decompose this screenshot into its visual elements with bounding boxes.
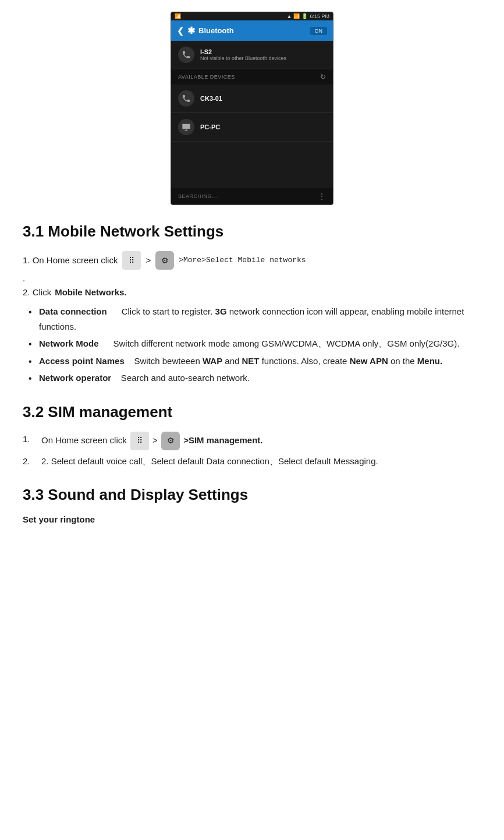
my-device-info: I-S2 Not visible to other Bluetooth devi… [200,48,286,61]
device-item-ck3[interactable]: CK3-01 [171,84,333,113]
ck3-icon [178,90,194,107]
phone-status-bar: 📶 ▲ 📶 🔋 6:15 PM [171,12,333,20]
battery-icon: 🔋 [301,13,308,19]
phone-screen: 📶 ▲ 📶 🔋 6:15 PM ❮ ✱ Bluetooth ON [171,12,333,205]
numbered-list-32: 1. On Home screen click ⠿ > ⚙ >SIM manag… [23,432,481,469]
bullet-access-point: Access point Names Switch bewteeen WAP a… [29,354,481,369]
step-32-1-text: On Home screen click ⠿ > ⚙ >SIM manageme… [41,432,262,450]
step1-arrow: > [145,253,151,267]
device-item-pcpc[interactable]: PC-PC [171,113,333,142]
my-device-item: I-S2 Not visible to other Bluetooth devi… [171,41,333,69]
bluetooth-header: ❮ ✱ Bluetooth ON [171,20,333,41]
wifi-icon: ▲ [287,13,292,19]
available-label: AVAILABLE DEVICES [178,74,235,80]
phone-screenshot-container: 📶 ▲ 📶 🔋 6:15 PM ❮ ✱ Bluetooth ON [23,12,481,205]
my-device-name: I-S2 [200,48,286,55]
step-32-2-text: 2. Select default voice call、Select defa… [41,454,378,469]
apps-icon-1: ⠿ [122,251,141,270]
status-bar-left: 📶 [175,13,181,19]
step1-pre-text: 1. On Home screen click [23,253,118,267]
step-32-1-bold: >SIM management. [183,435,262,444]
bt-toggle[interactable]: ON [310,27,328,35]
available-devices-list: CK3-01 PC-PC [171,84,333,142]
bullet-list-31: Data connection Click to start to regist… [23,304,481,386]
bullet-label-mode: Network Mode [39,338,99,348]
status-icons: ▲ 📶 🔋 6:15 PM [287,13,329,19]
bullet-label-operator: Network operator [39,373,111,383]
signal-icon: 📶 [293,13,300,19]
bullet-network-operator: Network operator Search and auto-search … [29,370,481,386]
section-31-heading: 3.1 Mobile Network Settings [23,223,481,241]
section-32: 3.2 SIM management 1. On Home screen cli… [23,403,481,469]
pcpc-name: PC-PC [200,123,220,130]
bt-header-left: ❮ ✱ Bluetooth [177,25,234,36]
step1-code: >More>Select Mobile networks [179,255,306,267]
section-33-heading: 3.3 Sound and Display Settings [23,486,481,504]
my-device-icon [178,47,194,63]
pcpc-info: PC-PC [200,123,220,130]
pcpc-icon [178,119,194,135]
step1-line: 1. On Home screen click ⠿ > ⚙ >More>Sele… [23,251,481,270]
dot-line: . [23,273,481,283]
more-options-icon[interactable]: ⋮ [318,192,326,201]
phone-empty-area [171,142,333,188]
settings-icon-2: ⚙ [161,432,180,450]
step-32-1: 1. On Home screen click ⠿ > ⚙ >SIM manag… [23,432,481,450]
bullet-network-mode: Network Mode Switch different network mo… [29,336,481,351]
svg-rect-0 [182,124,190,129]
bt-icon-symbol: ✱ [187,25,195,36]
bluetooth-title: Bluetooth [198,26,234,35]
step-32-1-num: 1. [23,432,37,447]
phone-bottom-bar: SEARCHING... ⋮ [171,188,333,204]
bullet-label-data: Data connection [39,306,107,316]
ck3-name: CK3-01 [200,95,222,102]
set-ringtone-label: Set your ringtone [23,514,481,524]
time-display: 6:15 PM [310,13,329,19]
bullet-data-connection: Data connection Click to start to regist… [29,304,481,334]
back-arrow-icon: ❮ [177,26,184,36]
step2-bold: Mobile Networks. [55,285,126,299]
searching-text: SEARCHING... [178,193,217,199]
my-device-subtitle: Not visible to other Bluetooth devices [200,55,286,61]
step2-line: 2. Click Mobile Networks. [23,285,481,299]
step-32-2-num: 2. [23,454,37,469]
refresh-icon[interactable]: ↻ [320,73,326,81]
step2-text: 2. Click [23,285,51,299]
bullet-label-apn: Access point Names [39,356,125,366]
ck3-info: CK3-01 [200,95,222,102]
step-32-2: 2. 2. Select default voice call、Select d… [23,454,481,469]
available-devices-header: AVAILABLE DEVICES ↻ [171,69,333,84]
apps-icon-2: ⠿ [130,432,149,450]
section-32-heading: 3.2 SIM management [23,403,481,421]
section-31: 3.1 Mobile Network Settings 1. On Home s… [23,223,481,386]
section-33: 3.3 Sound and Display Settings Set your … [23,486,481,524]
settings-icon-1: ⚙ [155,251,174,270]
